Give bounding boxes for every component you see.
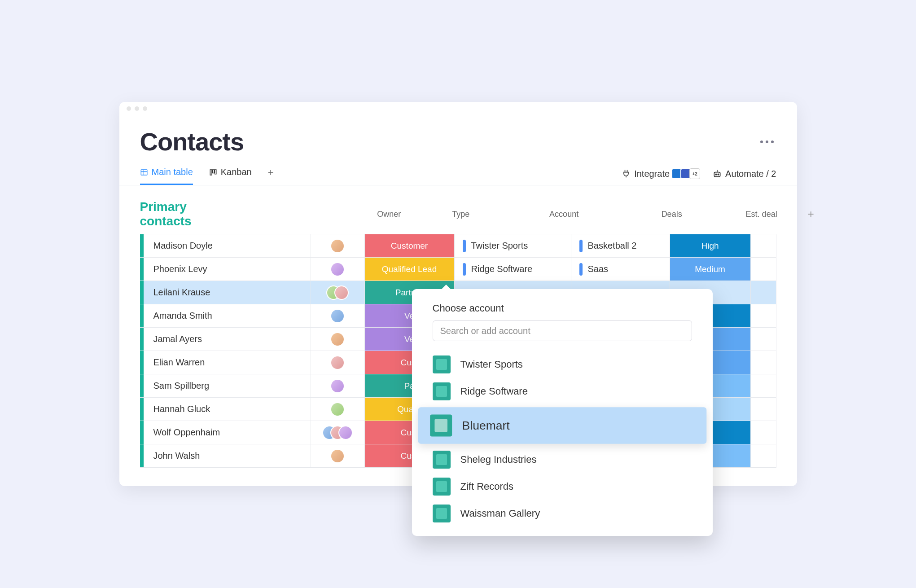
column-header-account[interactable]: Account: [506, 210, 622, 219]
account-option[interactable]: Waissman Gallery: [412, 500, 713, 527]
account-option[interactable]: Bluemart: [418, 407, 706, 444]
kanban-icon: [209, 168, 217, 176]
table-row[interactable]: Madison DoyleCustomerTwister SportsBaske…: [140, 234, 776, 258]
tab-label: Kanban: [221, 167, 252, 177]
integrate-label: Integrate: [634, 169, 670, 179]
account-option[interactable]: Zift Records: [412, 473, 713, 500]
account-label: Ridge Software: [471, 264, 533, 274]
owner-cell[interactable]: [311, 374, 364, 397]
relation-chip-icon: [463, 240, 466, 252]
option-label: Twister Sports: [460, 359, 523, 370]
row-stripe: [140, 351, 144, 374]
avatar: [338, 426, 353, 440]
account-cell[interactable]: Ridge Software: [454, 258, 571, 281]
owner-cell[interactable]: [311, 304, 364, 327]
avatar: [330, 355, 345, 370]
relation-chip-icon: [579, 263, 583, 276]
avatar: [330, 332, 345, 347]
row-stripe: [140, 421, 144, 444]
account-dropdown[interactable]: Choose accountTwister SportsRidge Softwa…: [412, 289, 713, 536]
contact-name-cell[interactable]: Madison Doyle: [144, 234, 311, 257]
row-stripe: [140, 281, 144, 304]
contact-name-cell[interactable]: Jamal Ayers: [144, 328, 311, 351]
integration-badge-more: +2: [689, 168, 700, 179]
owner-cell[interactable]: [311, 351, 364, 374]
svg-rect-5: [215, 170, 216, 174]
owner-cell[interactable]: [311, 328, 364, 351]
integrate-button[interactable]: Integrate +2: [622, 168, 700, 179]
owner-cell[interactable]: [311, 281, 364, 304]
row-tail: [750, 281, 768, 304]
column-header-deals[interactable]: Deals: [622, 210, 721, 219]
account-option[interactable]: Ridge Software: [412, 378, 713, 405]
contact-name-cell[interactable]: Sam Spillberg: [144, 374, 311, 397]
option-color-icon: [433, 355, 451, 373]
contact-name-cell[interactable]: Amanda Smith: [144, 304, 311, 327]
deals-cell[interactable]: Saas: [571, 258, 670, 281]
page-title: Contacts: [140, 127, 244, 156]
window-dot: [135, 106, 139, 111]
avatar: [330, 449, 345, 463]
est-deal-cell[interactable]: High: [670, 234, 750, 257]
row-tail: [750, 374, 768, 397]
add-view-button[interactable]: +: [268, 167, 274, 185]
contact-name-cell[interactable]: Hannah Gluck: [144, 398, 311, 421]
contact-name-cell[interactable]: Leilani Krause: [144, 281, 311, 304]
option-label: Bluemart: [462, 418, 509, 433]
contact-name-cell[interactable]: Elian Warren: [144, 351, 311, 374]
tab-kanban[interactable]: Kanban: [209, 167, 252, 185]
option-color-icon: [433, 451, 451, 469]
est-deal-cell[interactable]: Medium: [670, 258, 750, 281]
row-tail: [750, 398, 768, 421]
avatar: [334, 285, 349, 300]
contact-name-cell[interactable]: Wolf Oppenhaim: [144, 421, 311, 444]
option-label: Zift Records: [460, 481, 514, 492]
option-label: Ridge Software: [460, 386, 528, 397]
svg-rect-0: [141, 170, 147, 175]
owner-cell[interactable]: [311, 444, 364, 467]
account-option[interactable]: Sheleg Industries: [412, 446, 713, 473]
table-row[interactable]: Phoenix LevyQualified LeadRidge Software…: [140, 258, 776, 281]
group-title[interactable]: Primary contacts: [140, 200, 192, 228]
integration-badges: +2: [673, 168, 700, 179]
row-stripe: [140, 398, 144, 421]
robot-icon: [713, 169, 722, 178]
account-cell[interactable]: Twister Sports: [454, 234, 571, 257]
row-tail: [750, 304, 768, 327]
svg-rect-4: [212, 170, 214, 173]
owner-cell[interactable]: [311, 421, 364, 444]
add-column-button[interactable]: +: [802, 208, 820, 220]
row-tail: [750, 351, 768, 374]
dropdown-title: Choose account: [412, 303, 713, 320]
contact-name-cell[interactable]: John Walsh: [144, 444, 311, 467]
type-cell[interactable]: Customer: [364, 234, 454, 257]
automate-button[interactable]: Automate / 2: [713, 169, 776, 179]
tab-main-table[interactable]: Main table: [140, 167, 193, 185]
deal-label: Basketball 2: [588, 241, 637, 251]
account-label: Twister Sports: [471, 241, 528, 251]
contacts-table: Madison DoyleCustomerTwister SportsBaske…: [140, 234, 776, 468]
contact-name-cell[interactable]: Phoenix Levy: [144, 258, 311, 281]
owner-cell[interactable]: [311, 258, 364, 281]
row-tail: [750, 421, 768, 444]
owner-cell[interactable]: [311, 398, 364, 421]
option-label: Waissman Gallery: [460, 508, 540, 519]
more-menu-icon[interactable]: [760, 140, 776, 143]
window-titlebar: [119, 102, 797, 115]
account-option[interactable]: Twister Sports: [412, 351, 713, 378]
type-cell[interactable]: Qualified Lead: [364, 258, 454, 281]
row-tail: [750, 258, 768, 281]
deals-cell[interactable]: Basketball 2: [571, 234, 670, 257]
tab-label: Main table: [152, 167, 193, 177]
row-stripe: [140, 374, 144, 397]
account-search-input[interactable]: [433, 320, 692, 341]
column-header-owner[interactable]: Owner: [362, 210, 416, 219]
window-dot: [127, 106, 131, 111]
relation-chip-icon: [579, 240, 583, 252]
owner-cell[interactable]: [311, 234, 364, 257]
option-color-icon: [433, 505, 451, 522]
option-color-icon: [433, 478, 451, 496]
avatar: [330, 239, 345, 253]
column-header-est[interactable]: Est. deal: [721, 210, 802, 219]
column-header-type[interactable]: Type: [416, 210, 506, 219]
